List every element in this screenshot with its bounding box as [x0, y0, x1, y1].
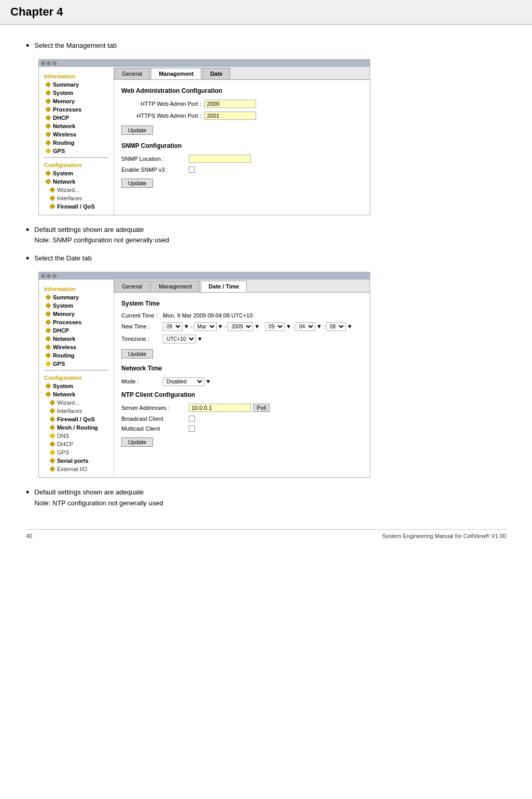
section-nettime: Network Time: [121, 365, 362, 372]
titlebar-dot-3: [52, 61, 57, 65]
diamond-wizard-1: [49, 187, 55, 192]
sep1: ▼ -: [184, 323, 193, 329]
snmp-location-label: SNMP Location :: [121, 156, 189, 162]
time-month-select[interactable]: Mar: [194, 322, 217, 331]
sidebar-info-label-1: Information: [39, 71, 114, 80]
sep7: ▼: [197, 336, 203, 342]
sidebar2-cfg-gps[interactable]: GPS: [39, 448, 114, 457]
sidebar-item-gps-1[interactable]: GPS: [39, 147, 114, 155]
timezone-select[interactable]: UTC+10: [163, 335, 196, 343]
sidebar-2: Information Summary System Memory Proces…: [39, 280, 114, 477]
sidebar-item-cfg-network-1[interactable]: Network: [39, 177, 114, 186]
server-row: Server Addresses : Poll: [121, 404, 362, 412]
diamond2-summary: [45, 294, 51, 300]
update-btn-4[interactable]: Update: [121, 437, 153, 447]
diamond2-wireless: [45, 344, 51, 350]
sidebar-item-interfaces-1[interactable]: Interfaces: [39, 194, 114, 202]
time-day-select[interactable]: 09: [163, 322, 183, 331]
broadcast-checkbox[interactable]: [189, 416, 195, 422]
sidebar2-cfg-dhcp[interactable]: DHCP: [39, 440, 114, 448]
section-title-webadmin: Web Administration Configuration: [121, 87, 362, 94]
sidebar-item-dhcp-1[interactable]: DHCP: [39, 114, 114, 122]
bullet-dot-1: •: [26, 40, 29, 52]
https-input[interactable]: [204, 112, 256, 120]
poll-btn[interactable]: Poll: [253, 404, 270, 412]
sidebar-item-firewall-1[interactable]: Firewall / QoS: [39, 202, 114, 211]
new-time-row: New Time : 09 ▼ - Mar ▼ - 2009 ▼ 09 ▼ : …: [121, 322, 362, 331]
https-row: HTTPS Web Admin Port :: [121, 112, 362, 120]
diamond-processes-1: [45, 106, 51, 112]
http-input[interactable]: [204, 100, 256, 108]
sidebar2-network[interactable]: Network: [39, 335, 114, 343]
sidebar2-serial[interactable]: Serial ports: [39, 457, 114, 465]
snmp-location-row: SNMP Location :: [121, 155, 362, 163]
update-btn-2[interactable]: Update: [121, 178, 153, 188]
tab-date-1[interactable]: Date: [202, 68, 230, 79]
sidebar2-cfg-network[interactable]: Network: [39, 390, 114, 398]
bullet-item-4: • Default settings shown are adequate No…: [26, 487, 506, 509]
time-h-select[interactable]: 09: [265, 322, 285, 331]
diamond-wireless-1: [45, 131, 51, 137]
footer-copyright: System Engineering Manual for CellView® …: [382, 533, 506, 539]
sidebar2-mesh[interactable]: Mesh / Routing: [39, 423, 114, 432]
sidebar-item-routing-1[interactable]: Routing: [39, 139, 114, 147]
sep5: ▼ :: [316, 323, 325, 329]
sidebar-item-memory-1[interactable]: Memory: [39, 97, 114, 105]
http-row: HTTP Web Admin Port :: [121, 100, 362, 108]
diamond2-system: [45, 302, 51, 308]
diamond2-cfg-dhcp: [49, 441, 55, 447]
sidebar2-wireless[interactable]: Wireless: [39, 343, 114, 351]
update-btn-1[interactable]: Update: [121, 126, 153, 135]
sidebar-item-wireless-1[interactable]: Wireless: [39, 130, 114, 139]
bullet-text-3: Select the Date tab: [34, 253, 92, 264]
sidebar-item-wizard-1[interactable]: Wizard...: [39, 186, 114, 194]
time-s-select[interactable]: 08: [326, 322, 346, 331]
time-m-select[interactable]: 04: [296, 322, 315, 331]
bullet-dot-2: •: [26, 225, 29, 236]
footer: 40 System Engineering Manual for CellVie…: [26, 529, 506, 539]
sidebar2-firewall[interactable]: Firewall / QoS: [39, 415, 114, 423]
diamond2-cfg-network: [45, 391, 51, 397]
sidebar2-dns[interactable]: DNS: [39, 432, 114, 440]
diamond-cfg-system-1: [45, 170, 51, 176]
snmp-v3-checkbox[interactable]: [189, 167, 195, 173]
sidebar2-summary[interactable]: Summary: [39, 293, 114, 301]
mode-select[interactable]: Disabled: [163, 377, 204, 386]
sidebar2-processes[interactable]: Processes: [39, 318, 114, 326]
time-year-select[interactable]: 2009: [228, 322, 253, 331]
sidebar2-interfaces[interactable]: Interfaces: [39, 407, 114, 415]
tab-management-1[interactable]: Management: [151, 68, 201, 79]
timezone-row: Timezone : UTC+10 ▼: [121, 335, 362, 343]
snmp-v3-label: Enable SNMP v3 :: [121, 167, 189, 173]
diamond-dhcp-1: [45, 115, 51, 120]
snmp-location-input[interactable]: [189, 155, 251, 163]
sidebar2-wizard[interactable]: Wizard...: [39, 398, 114, 407]
tab-datetime-2[interactable]: Date / Time: [201, 281, 247, 292]
update-btn-3[interactable]: Update: [121, 349, 153, 359]
server-input[interactable]: [189, 404, 251, 412]
titlebar-2: [39, 272, 370, 280]
sidebar2-memory[interactable]: Memory: [39, 310, 114, 318]
sidebar2-gps[interactable]: GPS: [39, 360, 114, 368]
sidebar-item-processes-1[interactable]: Processes: [39, 105, 114, 114]
panel-2: System Time Current Time : Mon, 9 Mar 20…: [114, 293, 370, 452]
sidebar2-routing[interactable]: Routing: [39, 351, 114, 360]
sidebar2-external[interactable]: External I/O: [39, 465, 114, 473]
sidebar-item-system-1[interactable]: System: [39, 89, 114, 97]
sidebar2-cfg-system[interactable]: System: [39, 382, 114, 390]
sidebar-item-cfg-system-1[interactable]: System: [39, 169, 114, 177]
diamond2-serial: [49, 458, 55, 463]
tab-general-1[interactable]: General: [114, 68, 150, 79]
sidebar-item-network-1[interactable]: Network: [39, 122, 114, 130]
diamond2-gps: [45, 361, 51, 366]
sidebar2-system[interactable]: System: [39, 301, 114, 310]
tab-general-2[interactable]: General: [114, 281, 150, 292]
sidebar2-dhcp[interactable]: DHCP: [39, 326, 114, 335]
sidebar-item-summary-1[interactable]: Summary: [39, 80, 114, 89]
bullet-item-1: • Select the Management tab: [26, 40, 506, 52]
scr-body-2: Information Summary System Memory Proces…: [39, 280, 370, 477]
tab-management-2[interactable]: Management: [151, 281, 200, 292]
broadcast-label: Broadcast Client: [121, 416, 189, 422]
titlebar-dot-2: [47, 61, 51, 65]
multicast-checkbox[interactable]: [189, 425, 195, 432]
